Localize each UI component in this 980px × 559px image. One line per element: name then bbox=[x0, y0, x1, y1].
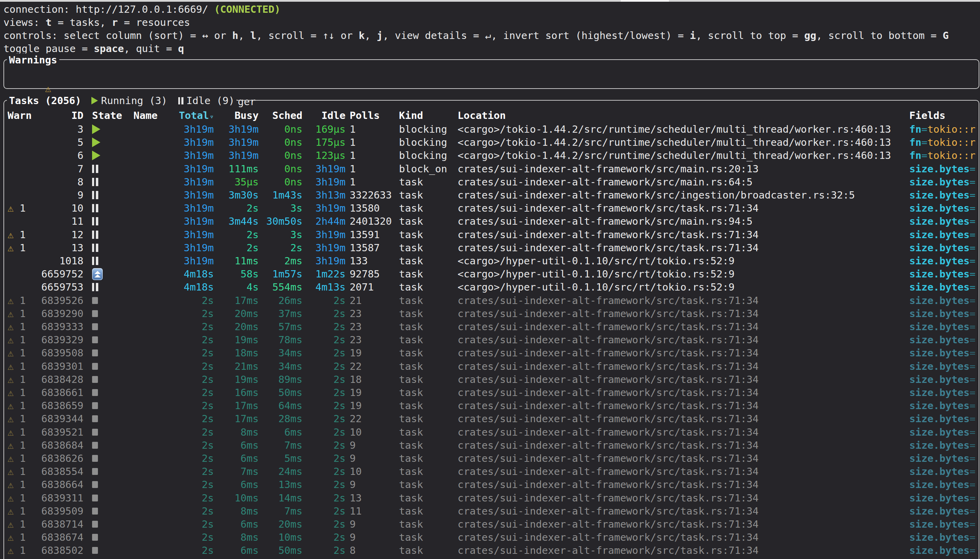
warning-icon: ⚠ bbox=[8, 374, 13, 385]
cell-sched: 50ms bbox=[262, 544, 303, 557]
column-header-total[interactable]: Total▿ bbox=[175, 109, 214, 122]
state-completed-icon bbox=[92, 376, 98, 383]
cell-name bbox=[134, 333, 171, 346]
cell-id: 6839509 bbox=[40, 504, 83, 518]
warning-count: 1 bbox=[13, 492, 25, 504]
task-row-6839344[interactable]: ⚠ 168393442s17ms28ms2s22taskcrates/sui-i… bbox=[4, 412, 978, 425]
cell-name bbox=[134, 307, 171, 320]
field-key: size.bytes bbox=[909, 387, 970, 399]
cell-kind: task bbox=[399, 504, 456, 518]
field-equals: = bbox=[970, 334, 975, 346]
column-header-sched[interactable]: Sched bbox=[262, 109, 303, 122]
field-equals: = bbox=[970, 361, 975, 372]
column-header-id[interactable]: ID bbox=[40, 109, 83, 122]
task-row-6838554[interactable]: ⚠ 168385542s7ms24ms2s10taskcrates/sui-in… bbox=[4, 465, 978, 478]
task-row-6838714[interactable]: ⚠ 168387142s6ms20ms2s9taskcrates/sui-ind… bbox=[4, 518, 978, 531]
task-row-6839526[interactable]: ⚠ 168395262s17ms26ms2s21taskcrates/sui-i… bbox=[4, 294, 978, 307]
field-equals: = bbox=[970, 387, 975, 399]
cell-warn bbox=[8, 215, 39, 228]
field-key: size.bytes bbox=[909, 202, 970, 214]
column-header-state[interactable]: State bbox=[92, 109, 130, 122]
column-header-polls[interactable]: Polls bbox=[350, 109, 397, 122]
column-header-location[interactable]: Location bbox=[458, 109, 907, 122]
column-header-warn[interactable]: Warn bbox=[8, 109, 39, 122]
text-segment: controls: select column (sort) = ↔ or bbox=[3, 30, 232, 41]
field-value: tokio::r bbox=[927, 123, 975, 135]
cell-kind: task bbox=[399, 241, 456, 254]
task-row-10[interactable]: ⚠ 1103h19m2s3s3h19m13580taskcrates/sui-i… bbox=[4, 202, 978, 215]
sort-descending-icon: ▿ bbox=[210, 112, 214, 121]
cell-idle: 4m13s bbox=[306, 281, 346, 294]
task-row-6659752[interactable]: 66597524m18s58s1m57s1m22s92785task<cargo… bbox=[4, 268, 978, 281]
cell-polls: 1 bbox=[350, 175, 397, 189]
task-row-6839509[interactable]: ⚠ 168395092s8ms7ms2s11taskcrates/sui-ind… bbox=[4, 504, 978, 518]
task-row-6838502[interactable]: ⚠ 168385022s6ms50ms2s8taskcrates/sui-ind… bbox=[4, 544, 978, 557]
cell-busy: 6ms bbox=[219, 439, 258, 452]
warning-count: 1 bbox=[13, 202, 25, 214]
task-row-5[interactable]: 53h19m3h19m0ns175µs1blocking<cargo>/toki… bbox=[4, 136, 978, 149]
task-row-6659753[interactable]: 66597534m18s4s554ms4m13s2071task<cargo>/… bbox=[4, 281, 978, 294]
warning-icon: ⚠ bbox=[8, 334, 13, 346]
cell-id: 6838674 bbox=[40, 531, 83, 544]
cell-warn: ⚠ 1 bbox=[8, 386, 39, 399]
task-row-6838684[interactable]: ⚠ 168386842s6ms7ms2s9taskcrates/sui-inde… bbox=[4, 439, 978, 452]
cell-name bbox=[134, 518, 171, 531]
task-row-6838428[interactable]: ⚠ 168384282s19ms89ms2s18taskcrates/sui-i… bbox=[4, 373, 978, 386]
cell-kind: blocking bbox=[399, 136, 456, 149]
cell-fields: size.bytes= bbox=[909, 307, 978, 320]
task-row-6838626[interactable]: ⚠ 168386262s6ms5ms2s9taskcrates/sui-inde… bbox=[4, 452, 978, 465]
cell-kind: task bbox=[399, 175, 456, 189]
cell-warn: ⚠ 1 bbox=[8, 426, 39, 439]
column-header-busy[interactable]: Busy bbox=[219, 109, 258, 122]
state-completed-icon bbox=[92, 363, 98, 370]
cell-location: crates/sui-indexer-alt-framework/src/mai… bbox=[458, 215, 907, 228]
warning-icon: ⚠ bbox=[8, 308, 13, 319]
field-value: tokio::r bbox=[927, 136, 975, 148]
task-row-6839333[interactable]: ⚠ 168393332s20ms57ms2s23taskcrates/sui-i… bbox=[4, 320, 978, 333]
task-row-1018[interactable]: 10183h19m11ms2ms3h19m133task<cargo>/hype… bbox=[4, 254, 978, 268]
task-row-6838659[interactable]: ⚠ 168386592s17ms64ms2s19taskcrates/sui-i… bbox=[4, 399, 978, 412]
cell-busy: 19ms bbox=[219, 333, 258, 346]
warning-count: 1 bbox=[13, 321, 25, 332]
text-segment: , scroll to top = bbox=[696, 30, 804, 41]
task-row-6839521[interactable]: ⚠ 168395212s8ms6ms2s10taskcrates/sui-ind… bbox=[4, 426, 978, 439]
task-row-6838664[interactable]: ⚠ 168386642s6ms13ms2s9taskcrates/sui-ind… bbox=[4, 478, 978, 491]
state-running-icon bbox=[92, 150, 100, 160]
column-header-idle[interactable]: Idle bbox=[306, 109, 346, 122]
column-header-name[interactable]: Name bbox=[134, 109, 171, 122]
task-row-6839508[interactable]: ⚠ 168395082s18ms34ms2s19taskcrates/sui-i… bbox=[4, 346, 978, 359]
task-row-7[interactable]: 73h19m111ms0ns3h19m1block_oncrates/sui-i… bbox=[4, 162, 978, 175]
task-row-6839301[interactable]: ⚠ 168393012s21ms34ms2s22taskcrates/sui-i… bbox=[4, 360, 978, 373]
warning-count: 1 bbox=[13, 544, 25, 556]
task-row-13[interactable]: ⚠ 1133h19m2s2s3h19m13587taskcrates/sui-i… bbox=[4, 241, 978, 254]
cell-warn bbox=[8, 281, 39, 294]
task-row-12[interactable]: ⚠ 1123h19m2s3s3h19m13591taskcrates/sui-i… bbox=[4, 228, 978, 241]
cell-total: 4m18s bbox=[175, 281, 214, 294]
task-row-11[interactable]: 113h19m3m44s30m50s2h44m2401320taskcrates… bbox=[4, 215, 978, 228]
field-equals: = bbox=[970, 229, 975, 241]
cell-sched: 89ms bbox=[262, 373, 303, 386]
warning-count: 1 bbox=[13, 440, 25, 451]
cell-polls: 13587 bbox=[350, 241, 397, 254]
task-row-6838674[interactable]: ⚠ 168386742s8ms10ms2s9taskcrates/sui-ind… bbox=[4, 531, 978, 544]
text-segment: , bbox=[365, 30, 377, 41]
column-header-kind[interactable]: Kind bbox=[399, 109, 456, 122]
task-row-6839311[interactable]: ⚠ 168393112s10ms14ms2s13taskcrates/sui-i… bbox=[4, 491, 978, 504]
cell-total: 2s bbox=[175, 544, 214, 557]
task-row-9[interactable]: 93h19m3m30s1m43s3h13m3322633taskcrates/s… bbox=[4, 189, 978, 202]
cell-kind: task bbox=[399, 478, 456, 491]
task-row-6[interactable]: 63h19m3h19m0ns123µs1blocking<cargo>/toki… bbox=[4, 149, 978, 162]
column-header-fields[interactable]: Fields bbox=[909, 109, 978, 122]
cell-state bbox=[92, 333, 130, 346]
task-row-6838661[interactable]: ⚠ 168386612s16ms50ms2s19taskcrates/sui-i… bbox=[4, 386, 978, 399]
task-row-6839329[interactable]: ⚠ 168393292s19ms78ms2s23taskcrates/sui-i… bbox=[4, 333, 978, 346]
cell-id: 6659752 bbox=[40, 268, 83, 281]
task-row-8[interactable]: 83h19m35µs0ns3h19m1taskcrates/sui-indexe… bbox=[4, 175, 978, 189]
cell-busy: 10ms bbox=[219, 491, 258, 504]
task-row-6839290[interactable]: ⚠ 168392902s20ms37ms2s23taskcrates/sui-i… bbox=[4, 307, 978, 320]
state-running-icon bbox=[92, 124, 100, 134]
text-segment: i bbox=[690, 30, 695, 41]
cell-id: 6838428 bbox=[40, 373, 83, 386]
warning-count: 1 bbox=[13, 387, 25, 399]
task-row-3[interactable]: 33h19m3h19m0ns169µs1blocking<cargo>/toki… bbox=[4, 123, 978, 136]
